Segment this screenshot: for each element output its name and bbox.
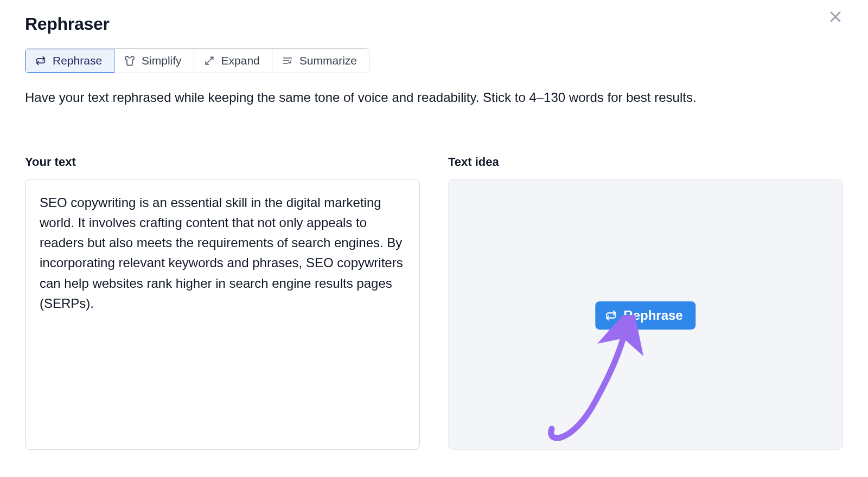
- output-panel: Rephrase: [448, 179, 843, 450]
- input-label: Your text: [25, 155, 420, 169]
- source-text-input[interactable]: [25, 179, 420, 450]
- rephrase-button-label: Rephrase: [623, 308, 682, 323]
- output-column: Text idea Rephrase: [448, 155, 843, 452]
- tab-label: Summarize: [299, 54, 357, 67]
- output-label: Text idea: [448, 155, 843, 169]
- tab-simplify[interactable]: Simplify: [114, 49, 194, 73]
- tab-label: Simplify: [142, 54, 182, 67]
- annotation-arrow-icon: [535, 315, 660, 450]
- expand-icon: [204, 55, 215, 66]
- tab-label: Expand: [221, 54, 260, 67]
- tab-summarize[interactable]: Summarize: [272, 49, 369, 73]
- summarize-icon: [282, 55, 293, 66]
- rephrase-button[interactable]: Rephrase: [595, 301, 695, 330]
- tab-expand[interactable]: Expand: [194, 49, 272, 73]
- mode-tabbar: Rephrase Simplify Expand: [25, 48, 369, 73]
- svg-line-1: [206, 61, 209, 65]
- rephrase-icon: [35, 55, 46, 66]
- input-column: Your text: [25, 155, 420, 452]
- tab-rephrase[interactable]: Rephrase: [25, 49, 114, 73]
- shirt-icon: [124, 55, 135, 66]
- svg-line-0: [209, 57, 213, 60]
- tab-label: Rephrase: [53, 54, 102, 67]
- mode-description: Have your text rephrased while keeping t…: [25, 88, 839, 107]
- close-icon: [827, 9, 844, 27]
- close-button[interactable]: [825, 7, 846, 28]
- page-title: Rephraser: [25, 14, 843, 34]
- rephrase-icon: [605, 310, 617, 321]
